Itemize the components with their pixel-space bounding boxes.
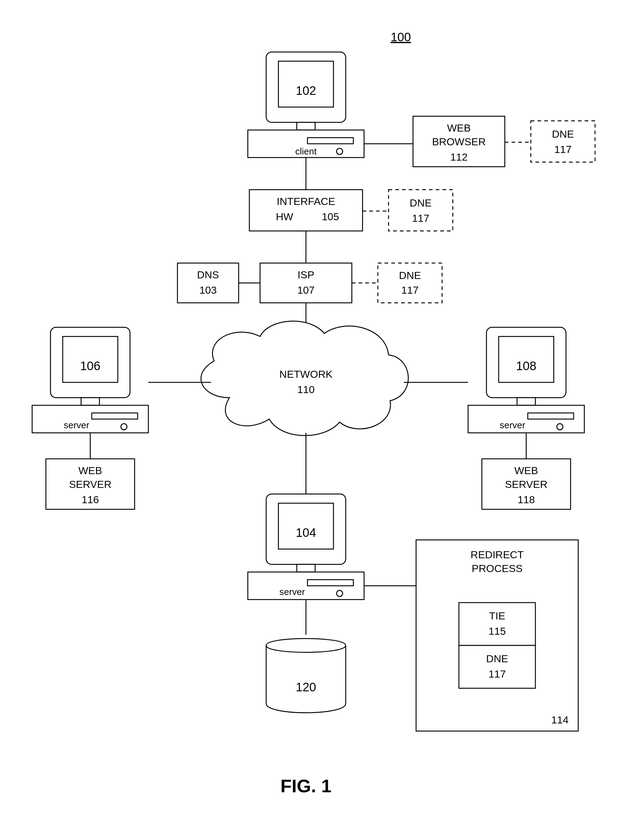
- svg-text:DNE: DNE: [486, 653, 508, 665]
- svg-rect-85: [459, 645, 535, 688]
- svg-text:server: server: [500, 420, 525, 430]
- svg-text:HW: HW: [276, 211, 293, 222]
- svg-rect-72: [307, 580, 353, 586]
- svg-rect-4: [307, 138, 353, 144]
- svg-text:TIE: TIE: [489, 610, 505, 622]
- svg-text:INTERFACE: INTERFACE: [277, 196, 335, 207]
- client-label: client: [295, 146, 317, 156]
- svg-text:WEB: WEB: [514, 465, 538, 476]
- svg-text:117: 117: [412, 212, 430, 224]
- svg-text:server: server: [280, 587, 305, 597]
- server-bottom: 104 server: [248, 494, 364, 599]
- network-cloud: NETWORK 110: [201, 321, 409, 436]
- svg-text:115: 115: [489, 625, 506, 637]
- svg-rect-82: [459, 603, 535, 645]
- svg-text:120: 120: [296, 680, 316, 694]
- client-computer: 102 client: [248, 52, 364, 158]
- client-number: 102: [296, 84, 316, 97]
- svg-text:118: 118: [518, 494, 535, 505]
- svg-text:106: 106: [80, 359, 101, 372]
- svg-text:117: 117: [489, 668, 506, 680]
- svg-point-58: [557, 424, 563, 430]
- svg-point-5: [337, 149, 343, 155]
- svg-text:REDIRECT: REDIRECT: [471, 549, 524, 560]
- svg-rect-32: [378, 263, 442, 303]
- web-server-right-box: WEB SERVER 118: [482, 459, 570, 509]
- svg-rect-11: [531, 121, 595, 162]
- svg-text:117: 117: [401, 284, 419, 296]
- svg-text:112: 112: [450, 151, 468, 163]
- svg-text:107: 107: [297, 284, 315, 296]
- svg-text:117: 117: [554, 144, 572, 155]
- server-left: 106 server: [32, 327, 149, 433]
- svg-text:104: 104: [296, 526, 316, 539]
- svg-text:105: 105: [322, 211, 339, 222]
- svg-text:116: 116: [82, 494, 99, 505]
- web-browser-box: WEB BROWSER 112: [413, 116, 505, 167]
- web-server-left-box: WEB SERVER 116: [46, 459, 135, 509]
- svg-text:DNS: DNS: [197, 269, 219, 281]
- svg-text:DNE: DNE: [399, 269, 421, 281]
- svg-text:WEB: WEB: [447, 122, 471, 134]
- svg-text:SERVER: SERVER: [69, 478, 111, 490]
- svg-text:server: server: [64, 420, 89, 430]
- dne-box-bot: DNE 117: [378, 263, 442, 303]
- svg-rect-41: [81, 398, 100, 405]
- database-cylinder: 120: [266, 639, 346, 713]
- svg-text:110: 110: [297, 384, 315, 395]
- svg-text:NETWORK: NETWORK: [280, 368, 333, 380]
- svg-rect-2: [297, 122, 315, 130]
- svg-rect-43: [92, 413, 138, 419]
- svg-point-44: [121, 424, 127, 430]
- dns-box: DNS 103: [177, 263, 239, 303]
- svg-text:DNE: DNE: [410, 197, 432, 209]
- svg-rect-70: [297, 564, 315, 572]
- figure-label: FIG. 1: [281, 776, 332, 796]
- svg-text:BROWSER: BROWSER: [432, 136, 486, 147]
- svg-text:PROCESS: PROCESS: [472, 563, 523, 574]
- svg-text:ISP: ISP: [297, 269, 314, 281]
- svg-text:108: 108: [516, 359, 537, 372]
- svg-rect-55: [517, 398, 535, 405]
- svg-rect-57: [528, 413, 574, 419]
- diagram-canvas: 100 102 client WEB BROWSER 112 DNE 117 I…: [0, 0, 644, 836]
- server-right: 108 server: [468, 327, 584, 433]
- svg-text:114: 114: [551, 714, 569, 726]
- isp-box: ISP 107: [260, 263, 352, 303]
- svg-rect-20: [389, 189, 453, 231]
- svg-text:SERVER: SERVER: [505, 478, 548, 490]
- svg-text:WEB: WEB: [78, 465, 102, 476]
- redirect-process-box: REDIRECT PROCESS TIE 115 DNE 117 114: [416, 540, 578, 731]
- svg-point-73: [337, 590, 343, 596]
- svg-text:103: 103: [199, 284, 217, 296]
- interface-hw-box: INTERFACE HW 105: [249, 189, 363, 231]
- figure-ref: 100: [391, 30, 411, 44]
- dne-box-mid: DNE 117: [389, 189, 453, 231]
- svg-text:DNE: DNE: [552, 128, 574, 140]
- dne-box-top: DNE 117: [531, 121, 595, 162]
